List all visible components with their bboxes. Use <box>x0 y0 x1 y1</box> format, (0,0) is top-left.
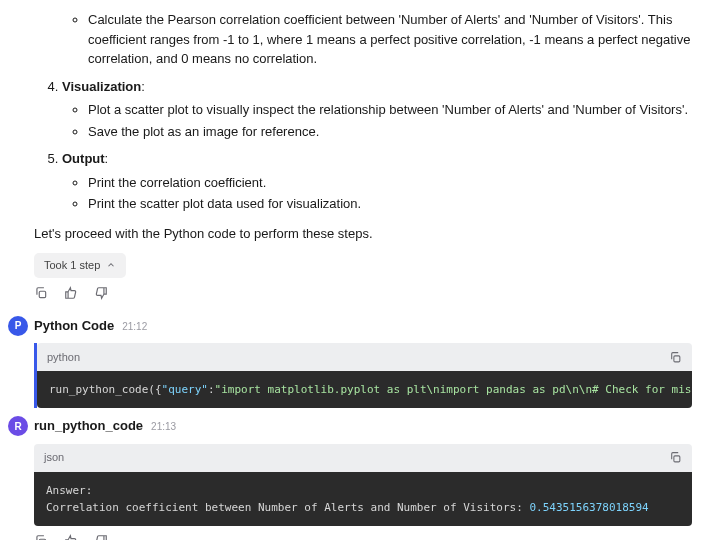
thumbs-down-icon[interactable] <box>94 286 108 300</box>
thumbs-up-icon[interactable] <box>64 534 78 540</box>
step-3-bullets: Calculate the Pearson correlation coeffi… <box>62 10 720 69</box>
analysis-steps-list-cont: Visualization: Plot a scatter plot to vi… <box>0 77 720 214</box>
step-4-title: Visualization <box>62 79 141 94</box>
copy-icon[interactable] <box>669 451 682 464</box>
copy-icon[interactable] <box>34 286 48 300</box>
avatar: R <box>8 416 28 436</box>
output-content[interactable]: Answer: Correlation coefficient between … <box>34 472 692 526</box>
code-language-label: python <box>47 349 80 366</box>
assistant-action-row <box>34 286 720 300</box>
avatar: P <box>8 316 28 336</box>
took-step-label: Took 1 step <box>44 257 100 274</box>
list-item: Save the plot as an image for reference. <box>88 122 720 142</box>
message-action-row <box>34 534 720 540</box>
lead-paragraph: Let's proceed with the Python code to pe… <box>34 224 720 244</box>
thumbs-down-icon[interactable] <box>94 534 108 540</box>
sender-name: run_python_code <box>34 416 143 436</box>
code-content[interactable]: run_python_code({"query":"import matplot… <box>37 371 692 408</box>
svg-rect-2 <box>674 456 680 462</box>
message-run-python-code: R run_python_code 21:13 json Answer: Cor… <box>8 416 720 526</box>
took-step-toggle[interactable]: Took 1 step <box>34 253 126 278</box>
timestamp: 21:13 <box>151 419 176 434</box>
sender-name: Python Code <box>34 316 114 336</box>
list-item: Plot a scatter plot to visually inspect … <box>88 100 720 120</box>
list-item: Print the scatter plot data used for vis… <box>88 194 720 214</box>
thumbs-up-icon[interactable] <box>64 286 78 300</box>
step-5-bullets: Print the correlation coefficient. Print… <box>62 173 720 214</box>
output-block: json Answer: Correlation coefficient bet… <box>34 444 692 526</box>
copy-icon[interactable] <box>34 534 48 540</box>
svg-rect-1 <box>674 355 680 361</box>
step-5-title: Output <box>62 151 105 166</box>
svg-rect-0 <box>39 291 45 297</box>
analysis-steps-list: Calculate the Pearson correlation coeffi… <box>0 10 720 69</box>
copy-icon[interactable] <box>669 351 682 364</box>
list-item: Print the correlation coefficient. <box>88 173 720 193</box>
step-4-bullets: Plot a scatter plot to visually inspect … <box>62 100 720 141</box>
step-4: Visualization: Plot a scatter plot to vi… <box>62 77 720 142</box>
code-block: python run_python_code({"query":"import … <box>34 343 692 408</box>
code-language-label: json <box>44 449 64 466</box>
message-python-code: P Python Code 21:12 python run_python_co… <box>8 316 720 409</box>
step-5: Output: Print the correlation coefficien… <box>62 149 720 214</box>
timestamp: 21:12 <box>122 319 147 334</box>
chevron-up-icon <box>106 260 116 270</box>
list-item: Calculate the Pearson correlation coeffi… <box>88 10 720 69</box>
